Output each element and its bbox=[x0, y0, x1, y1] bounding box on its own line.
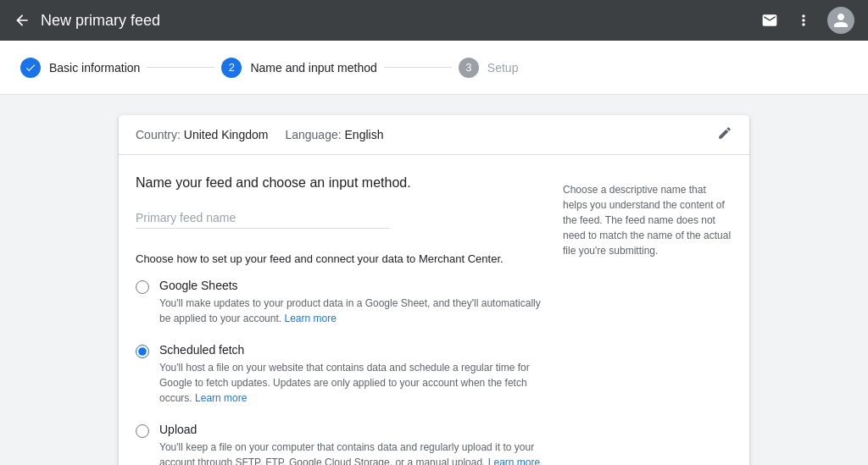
radio-google-sheets[interactable] bbox=[136, 280, 149, 294]
option-scheduled-fetch: Scheduled fetch You'll host a file on yo… bbox=[136, 343, 542, 406]
form-area: Name your feed and choose an input metho… bbox=[119, 155, 749, 465]
step-3: 3 Setup bbox=[459, 58, 519, 78]
option-upload-label: Upload bbox=[159, 423, 542, 436]
form-hint: Choose a descriptive name that helps you… bbox=[563, 175, 732, 465]
step-2-label: Name and input method bbox=[250, 61, 376, 75]
option-google-sheets-desc: You'll make updates to your product data… bbox=[159, 296, 542, 326]
radio-scheduled-fetch[interactable] bbox=[136, 345, 149, 358]
step-connector-1 bbox=[147, 67, 214, 68]
back-button[interactable] bbox=[14, 12, 31, 29]
mail-icon[interactable] bbox=[760, 10, 780, 30]
option-scheduled-fetch-label: Scheduled fetch bbox=[159, 343, 542, 357]
step-1: Basic information bbox=[20, 58, 140, 78]
app-header: New primary feed bbox=[0, 0, 868, 41]
step-1-circle bbox=[20, 58, 41, 78]
option-upload-desc: You'll keep a file on your computer that… bbox=[159, 440, 542, 465]
choose-label: Choose how to set up your feed and conne… bbox=[136, 252, 542, 265]
main-content: Country: United Kingdom Language: Englis… bbox=[0, 95, 868, 465]
feed-name-input[interactable] bbox=[136, 208, 390, 229]
form-main: Name your feed and choose an input metho… bbox=[136, 175, 542, 465]
info-bar-left: Country: United Kingdom Language: Englis… bbox=[136, 128, 383, 141]
step-connector-2 bbox=[384, 67, 452, 68]
radio-upload[interactable] bbox=[136, 424, 149, 438]
step-2-circle: 2 bbox=[221, 58, 242, 78]
country-info: Country: United Kingdom bbox=[136, 128, 268, 141]
header-icons bbox=[760, 7, 854, 34]
option-upload: Upload You'll keep a file on your comput… bbox=[136, 423, 542, 465]
scheduled-fetch-learn-more[interactable]: Learn more bbox=[195, 392, 247, 404]
page-title: New primary feed bbox=[41, 12, 760, 30]
form-title: Name your feed and choose an input metho… bbox=[136, 175, 542, 191]
step-3-label: Setup bbox=[487, 61, 519, 75]
language-info: Language: English bbox=[285, 128, 383, 141]
google-sheets-learn-more[interactable]: Learn more bbox=[284, 313, 336, 324]
option-scheduled-fetch-desc: You'll host a file on your website that … bbox=[159, 360, 542, 406]
more-icon[interactable] bbox=[793, 10, 814, 30]
step-1-label: Basic information bbox=[49, 61, 140, 75]
option-google-sheets: Google Sheets You'll make updates to you… bbox=[136, 279, 542, 326]
upload-learn-more[interactable]: Learn more bbox=[488, 457, 540, 465]
step-2: 2 Name and input method bbox=[221, 58, 376, 78]
edit-button[interactable] bbox=[717, 125, 732, 144]
step-3-circle: 3 bbox=[459, 58, 479, 78]
avatar[interactable] bbox=[827, 7, 854, 34]
info-bar: Country: United Kingdom Language: Englis… bbox=[119, 115, 749, 155]
main-card: Country: United Kingdom Language: Englis… bbox=[119, 115, 749, 465]
stepper: Basic information 2 Name and input metho… bbox=[0, 41, 868, 95]
option-google-sheets-label: Google Sheets bbox=[159, 279, 542, 292]
